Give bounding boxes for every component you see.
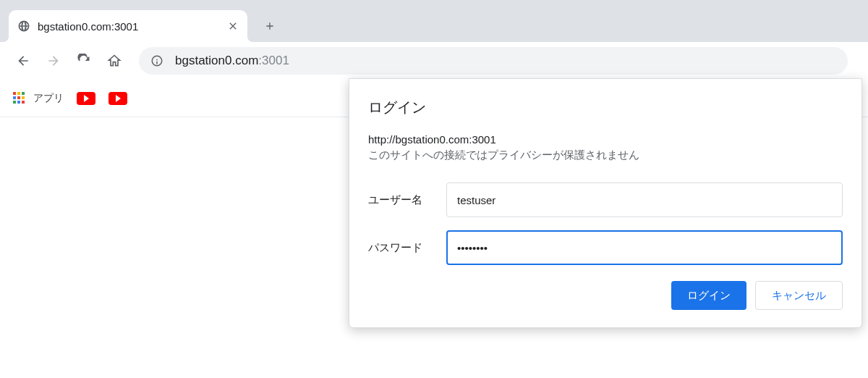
password-row: パスワード (368, 230, 843, 265)
apps-grid-icon (13, 92, 26, 105)
toolbar: bgstation0.com:3001 (0, 42, 868, 80)
dialog-actions: ログイン キャンセル (368, 281, 843, 310)
plus-icon (264, 20, 276, 32)
home-button[interactable] (101, 48, 127, 74)
apps-label: アプリ (33, 92, 64, 105)
back-button[interactable] (10, 48, 36, 74)
forward-button[interactable] (41, 48, 67, 74)
browser-chrome: bgstation0.com:3001 bgstation0.com:3001 (0, 0, 868, 80)
username-row: ユーザー名 (368, 182, 843, 217)
browser-tab[interactable]: bgstation0.com:3001 (9, 10, 247, 42)
password-label: パスワード (368, 241, 446, 255)
url-port: :3001 (258, 54, 289, 68)
globe-icon (17, 20, 30, 33)
dialog-title: ログイン (368, 98, 843, 117)
apps-button[interactable]: アプリ (13, 92, 64, 105)
home-icon (107, 54, 122, 68)
tab-title: bgstation0.com:3001 (38, 20, 227, 33)
arrow-left-icon (16, 54, 30, 68)
cancel-button[interactable]: キャンセル (755, 281, 843, 310)
password-input[interactable] (446, 230, 843, 265)
tab-strip: bgstation0.com:3001 (0, 0, 868, 42)
reload-icon (77, 54, 91, 68)
reload-button[interactable] (71, 48, 97, 74)
youtube-icon[interactable] (77, 92, 95, 105)
login-button[interactable]: ログイン (671, 281, 746, 310)
new-tab-button[interactable] (258, 14, 282, 38)
url-host: bgstation0.com (175, 54, 258, 68)
address-bar[interactable]: bgstation0.com:3001 (139, 47, 848, 75)
info-icon[interactable] (150, 54, 163, 67)
auth-dialog: ログイン http://bgstation0.com:3001 このサイトへの接… (349, 78, 862, 328)
username-input[interactable] (446, 182, 843, 217)
close-icon[interactable] (227, 20, 239, 32)
dialog-warning: このサイトへの接続ではプライバシーが保護されません (368, 148, 843, 162)
youtube-icon[interactable] (109, 92, 127, 105)
dialog-origin: http://bgstation0.com:3001 (368, 133, 843, 146)
username-label: ユーザー名 (368, 193, 446, 207)
arrow-right-icon (46, 54, 61, 68)
